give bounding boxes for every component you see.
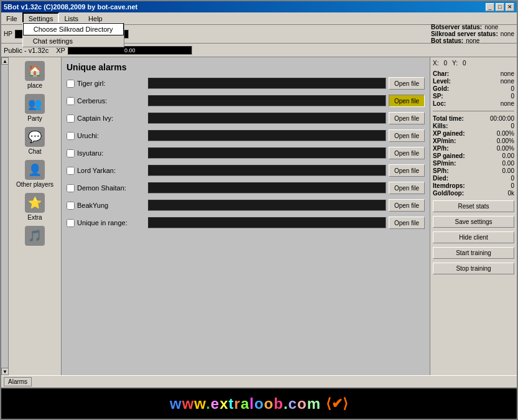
dropdown-choose-silkroad[interactable]: Choose Silkroad Directory (23, 23, 124, 35)
footer-r: r (234, 395, 241, 412)
sidebar-item-place[interactable]: 🏠 place (9, 58, 61, 91)
gold-loop-label: Gold/loop: (433, 190, 464, 197)
title-bar-buttons: _ □ ✕ (486, 3, 514, 11)
open-file-btn-unique-in-range[interactable]: Open file (389, 217, 425, 229)
other-players-icon: 👤 (25, 160, 45, 180)
open-file-btn-tiger-girl[interactable]: Open file (389, 77, 425, 90)
xp-bar: 0.00 (68, 46, 192, 55)
alarm-input-isyutaru[interactable] (148, 147, 386, 159)
silkroad-label: Silkroad server status: (431, 30, 498, 37)
close-button[interactable]: ✕ (506, 3, 514, 11)
sp-h-row: SP/h: 0.00 (433, 167, 514, 174)
sidebar-item-music[interactable]: 🎵 (9, 223, 61, 250)
alarm-input-tiger-girl[interactable] (148, 78, 386, 89)
alarm-input-beakyung[interactable] (148, 200, 386, 211)
sp-min-label: SP/min: (433, 160, 456, 167)
died-row: Died: 0 (433, 175, 514, 182)
char-row: Char: none (433, 70, 514, 77)
reset-stats-button[interactable]: Reset stats (433, 200, 514, 212)
place-icon: 🏠 (25, 61, 45, 81)
open-file-btn-lord-yarkan[interactable]: Open file (389, 164, 425, 177)
menu-file[interactable]: File (1, 14, 22, 24)
xp-gained-value: 0.00% (497, 130, 514, 137)
xp-h-label: XP/h: (433, 145, 449, 152)
maximize-button[interactable]: □ (496, 3, 504, 11)
sidebar-scrollbar: ▲ ▼ (1, 57, 9, 375)
hide-client-button[interactable]: Hide client (433, 231, 514, 243)
alarm-checkbox-isyutaru[interactable] (67, 149, 75, 157)
alarm-input-uruchi[interactable] (148, 130, 386, 141)
alarm-label-unique-in-range: Unique in range: (77, 219, 146, 226)
alarm-checkbox-cerberus[interactable] (67, 97, 75, 105)
footer-a: a (241, 395, 249, 412)
alarm-row-demon-shaitan: Demon Shaitan: Open file (67, 182, 425, 194)
alarm-checkbox-tiger-girl[interactable] (67, 80, 75, 88)
open-file-btn-demon-shaitan[interactable]: Open file (389, 182, 425, 194)
alarm-checkbox-unique-in-range[interactable] (67, 219, 75, 227)
minimize-button[interactable]: _ (486, 3, 494, 11)
extra-icon: ⭐ (25, 193, 45, 213)
gold-row: Gold: 0 (433, 85, 514, 92)
footer-text: www.extraloob.com (170, 395, 321, 413)
loc-label: Loc: (433, 100, 446, 107)
alarm-row-beakyung: BeakYung Open file (67, 199, 425, 212)
open-file-btn-beakyung[interactable]: Open file (389, 199, 425, 212)
start-training-button[interactable]: Start training (433, 247, 514, 259)
character-stats: Char: none Level: none Gold: 0 SP: 0 Loc… (433, 70, 514, 107)
alarm-label-isyutaru: Isyutaru: (77, 149, 146, 157)
sidebar-item-party[interactable]: 👥 Party (9, 91, 61, 124)
alarms-tab[interactable]: Alarms (4, 377, 32, 386)
xp-min-value: 0.00% (497, 138, 514, 144)
scroll-down-button[interactable]: ▼ (1, 368, 9, 375)
dropdown-chat-settings[interactable]: Chat settings (23, 35, 124, 47)
sidebar-item-other-players[interactable]: 👤 Other players (9, 157, 61, 190)
footer-b: b (274, 395, 284, 412)
alarm-row-lord-yarkan: Lord Yarkan: Open file (67, 164, 425, 177)
footer-w: w (170, 395, 182, 412)
alarm-label-uruchi: Uruchi: (77, 132, 146, 139)
gold-loop-row: Gold/loop: 0k (433, 190, 514, 197)
footer-e: e (211, 395, 220, 412)
combat-stats: Total time: 00:00:00 Kills: 0 XP gained:… (433, 115, 514, 197)
alarm-checkbox-captain-ivy[interactable] (67, 114, 75, 123)
save-settings-button[interactable]: Save settings (433, 216, 514, 228)
char-value: none (501, 70, 514, 77)
sp-min-row: SP/min: 0.00 (433, 160, 514, 167)
party-icon: 👥 (25, 94, 45, 114)
scroll-track (1, 65, 8, 368)
silkroad-row: Silkroad server status: none (431, 30, 514, 37)
died-value: 0 (511, 175, 514, 182)
open-file-btn-captain-ivy[interactable]: Open file (389, 112, 425, 124)
botserver-row: Botserver status: none (431, 24, 514, 30)
loc-row: Loc: none (433, 100, 514, 107)
open-file-btn-isyutaru[interactable]: Open file (389, 147, 425, 159)
footer-t: t (229, 395, 234, 412)
footer-x: x (220, 395, 228, 412)
alarm-input-unique-in-range[interactable] (148, 217, 386, 228)
scroll-up-button[interactable]: ▲ (1, 57, 9, 65)
xp-label: XP (56, 47, 65, 54)
alarm-label-lord-yarkan: Lord Yarkan: (77, 167, 146, 174)
footer-dot2: . (284, 395, 289, 412)
stop-training-button[interactable]: Stop training (433, 263, 514, 274)
main-window: 5Bot v1.32c (C)2008,2009 by bot-cave.net… (0, 0, 518, 420)
footer-c: c (289, 395, 297, 412)
alarm-checkbox-lord-yarkan[interactable] (67, 167, 75, 175)
server-name: Public - v1.32c (4, 47, 49, 54)
alarm-label-tiger-girl: Tiger girl: (77, 80, 146, 87)
open-file-btn-uruchi[interactable]: Open file (389, 129, 425, 142)
alarm-input-cerberus[interactable] (148, 95, 386, 106)
alarm-checkbox-demon-shaitan[interactable] (67, 184, 75, 192)
sidebar-label-extra: Extra (27, 214, 42, 221)
hp-label: HP (4, 30, 12, 37)
sidebar-item-chat[interactable]: 💬 Chat (9, 124, 61, 157)
sp-gained-label: SP gained: (433, 152, 465, 159)
open-file-btn-cerberus[interactable]: Open file (389, 95, 425, 107)
alarm-checkbox-uruchi[interactable] (67, 132, 75, 140)
sidebar-item-extra[interactable]: ⭐ Extra (9, 190, 61, 223)
alarm-input-captain-ivy[interactable] (148, 113, 386, 124)
alarm-input-demon-shaitan[interactable] (148, 182, 386, 194)
alarm-row-unique-in-range: Unique in range: Open file (67, 217, 425, 229)
alarm-checkbox-beakyung[interactable] (67, 202, 75, 210)
alarm-input-lord-yarkan[interactable] (148, 165, 386, 176)
